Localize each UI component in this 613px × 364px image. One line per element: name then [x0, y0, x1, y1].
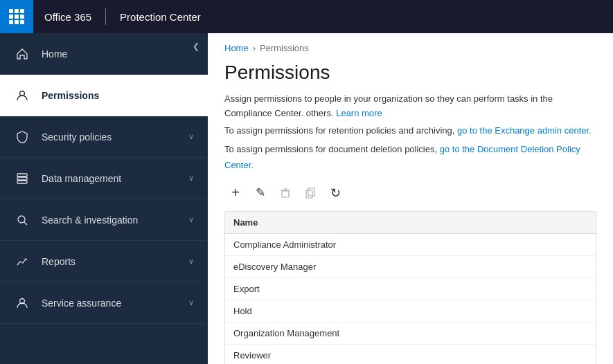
- edit-button[interactable]: ✎: [249, 182, 272, 204]
- sidebar-item-data-management-label: Data management: [42, 173, 188, 184]
- sidebar-item-search-investigation-chevron: ∨: [188, 215, 194, 224]
- svg-rect-7: [282, 191, 289, 197]
- table-row[interactable]: eDiscovery Manager: [225, 256, 596, 278]
- table-rows: Compliance AdministratoreDiscovery Manag…: [225, 234, 596, 364]
- title-divider: [105, 8, 106, 25]
- svg-line-5: [24, 222, 27, 225]
- delete-icon: [280, 188, 291, 199]
- description-others: others.: [306, 108, 334, 118]
- learn-more-link[interactable]: Learn more: [336, 108, 382, 118]
- sidebar-item-security-policies[interactable]: Security policies∨: [0, 116, 208, 158]
- sidebar-item-reports-label: Reports: [42, 256, 188, 267]
- breadcrumb-current: Permissions: [260, 43, 309, 53]
- sidebar-item-reports-chevron: ∨: [188, 257, 194, 266]
- copy-button[interactable]: [299, 182, 321, 204]
- table-row[interactable]: Reviewer: [225, 345, 596, 364]
- sidebar-item-service-assurance[interactable]: Service assurance∨: [0, 282, 208, 324]
- app-grid-button[interactable]: [0, 0, 33, 33]
- search-investigation-icon: [14, 212, 30, 228]
- sidebar-item-home-label: Home: [42, 48, 194, 60]
- breadcrumb: Home › Permissions: [208, 33, 613, 59]
- sidebar-item-data-management-chevron: ∨: [188, 174, 194, 183]
- exchange-prefix: To assign permissions for retention poli…: [224, 125, 454, 136]
- table-row[interactable]: Hold: [225, 300, 596, 322]
- grid-icon: [9, 9, 24, 24]
- sidebar-item-permissions[interactable]: Permissions: [0, 75, 208, 116]
- table-row[interactable]: Export: [225, 278, 596, 300]
- data-management-icon: [14, 170, 30, 187]
- reports-icon: [14, 253, 30, 270]
- sidebar-item-data-management[interactable]: Data management∨: [0, 158, 208, 199]
- sidebar-item-home[interactable]: Home: [0, 33, 208, 75]
- sidebar-item-service-assurance-chevron: ∨: [188, 298, 194, 307]
- main-layout: ❮ HomePermissionsSecurity policies∨Data …: [0, 33, 613, 364]
- sidebar-item-security-policies-chevron: ∨: [188, 132, 194, 141]
- add-button[interactable]: +: [224, 182, 247, 204]
- svg-rect-3: [17, 181, 27, 183]
- deletion-prefix: To assign permissions for document delet…: [224, 144, 437, 154]
- service-assurance-icon: [14, 295, 30, 311]
- security-policies-icon: [14, 129, 30, 145]
- breadcrumb-home[interactable]: Home: [224, 43, 249, 53]
- svg-point-4: [18, 216, 25, 223]
- description: Assign permissions to people in your org…: [208, 92, 613, 121]
- home-icon: [14, 46, 30, 62]
- sidebar-item-service-assurance-label: Service assurance: [42, 298, 188, 309]
- svg-rect-1: [17, 174, 27, 176]
- sidebar-item-search-investigation-label: Search & investigation: [42, 215, 188, 226]
- table-row[interactable]: Compliance Administrator: [225, 234, 596, 256]
- permissions-icon: [14, 87, 30, 104]
- permissions-table: Name Compliance AdministratoreDiscovery …: [224, 211, 596, 364]
- content-area: Home › Permissions Permissions Assign pe…: [208, 33, 613, 364]
- app-subtitle: Protection Center: [109, 11, 212, 23]
- svg-rect-10: [308, 188, 314, 196]
- delete-button[interactable]: [274, 182, 296, 204]
- page-title: Permissions: [208, 59, 613, 92]
- sidebar-item-reports[interactable]: Reports∨: [0, 241, 208, 282]
- sidebar: ❮ HomePermissionsSecurity policies∨Data …: [0, 33, 208, 364]
- topbar: Office 365 Protection Center: [0, 0, 613, 33]
- app-title: Office 365: [33, 11, 103, 23]
- deletion-line: To assign permissions for document delet…: [208, 140, 613, 175]
- table-row[interactable]: Organization Management: [225, 322, 596, 345]
- sidebar-item-permissions-label: Permissions: [42, 90, 194, 101]
- copy-icon: [305, 188, 316, 199]
- sidebar-item-security-policies-label: Security policies: [42, 131, 188, 143]
- svg-rect-2: [17, 177, 27, 180]
- sidebar-item-search-investigation[interactable]: Search & investigation∨: [0, 199, 208, 241]
- table-header: Name: [225, 212, 596, 234]
- svg-rect-11: [306, 190, 312, 198]
- exchange-admin-link[interactable]: go to the Exchange admin center.: [457, 125, 592, 136]
- exchange-line: To assign permissions for retention poli…: [208, 121, 613, 140]
- toolbar: + ✎ ↻: [208, 175, 613, 211]
- description-text: Assign permissions to people in your org…: [224, 93, 553, 118]
- refresh-button[interactable]: ↻: [324, 182, 346, 204]
- nav-items: HomePermissionsSecurity policies∨Data ma…: [0, 33, 208, 324]
- breadcrumb-separator: ›: [253, 43, 256, 53]
